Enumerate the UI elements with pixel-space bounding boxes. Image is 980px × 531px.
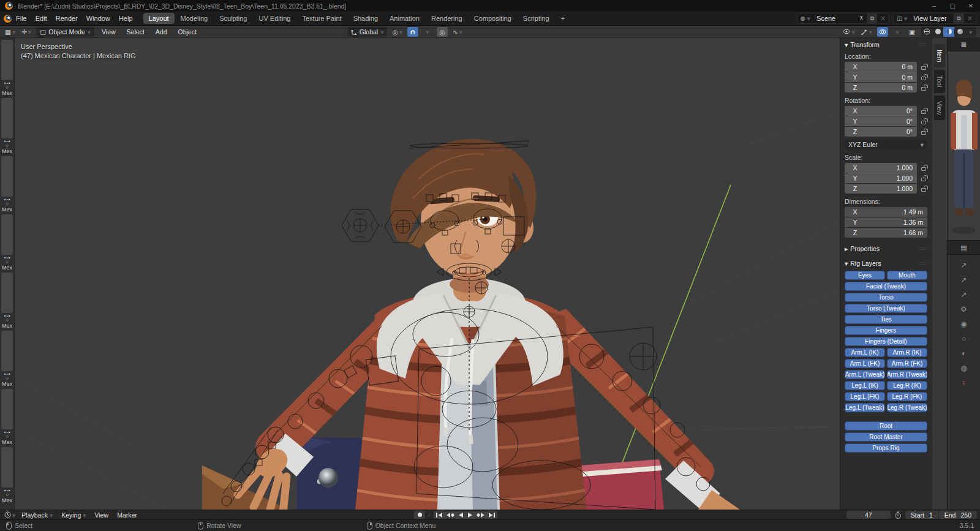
tweak-tool-icon[interactable]: ✛▾ bbox=[20, 27, 32, 37]
panel-grip-icon[interactable]: ∷∷ bbox=[920, 42, 927, 48]
rig-layer-eyes[interactable]: Eyes bbox=[845, 271, 885, 280]
menu-marker[interactable]: Marker bbox=[113, 511, 141, 519]
nav-arrow-icon[interactable]: ↗ bbox=[960, 261, 967, 269]
pin-icon[interactable]: ⊼ bbox=[859, 15, 864, 21]
snap-toggle[interactable] bbox=[407, 27, 418, 37]
menu-keying[interactable]: Keying▾ bbox=[58, 511, 89, 519]
rig-layer-arm-l-ik[interactable]: Arm.L (IK) bbox=[845, 348, 885, 357]
add-workspace-button[interactable]: + bbox=[556, 13, 570, 24]
secondary-viewport[interactable] bbox=[948, 51, 980, 240]
editor-type-icon[interactable]: ▦ bbox=[961, 41, 967, 48]
rig-layer-root-master[interactable]: Root Master bbox=[845, 432, 927, 442]
location-x-field[interactable]: X0 m bbox=[845, 62, 917, 72]
rig-layer-arm-l-fk[interactable]: Arm.L (FK) bbox=[845, 359, 885, 368]
lock-icon[interactable] bbox=[919, 163, 927, 173]
asset-item[interactable]: ✦▪✦◇Mex bbox=[1, 389, 13, 445]
menu-view[interactable]: View bbox=[98, 28, 119, 36]
asset-thumbnail[interactable] bbox=[1, 273, 13, 313]
rig-layer-leg-r-fk[interactable]: Leg.R (FK) bbox=[887, 392, 927, 401]
rig-layer-arm-r-ik[interactable]: Arm.R (IK) bbox=[887, 348, 927, 357]
tab-layout[interactable]: Layout bbox=[143, 13, 175, 24]
menu-file[interactable]: File bbox=[12, 13, 31, 23]
properties-panel-header[interactable]: ▸ Properties ∷∷ bbox=[845, 245, 927, 252]
menu-timeline-view[interactable]: View bbox=[91, 511, 113, 519]
tab-scripting[interactable]: Scripting bbox=[518, 13, 555, 24]
pivot-point-dropdown[interactable]: ◎▾ bbox=[391, 27, 403, 37]
rig-layer-props-rig[interactable]: Props Rig bbox=[845, 443, 927, 453]
scale-x-field[interactable]: X1.000 bbox=[845, 163, 917, 173]
maximize-button[interactable]: ▢ bbox=[943, 0, 962, 12]
view-layer-tab-icon[interactable]: ◐ bbox=[962, 349, 966, 358]
shading-dropdown[interactable]: ▾ bbox=[965, 27, 976, 37]
rig-layer-facial-tweak[interactable]: Facial (Tweak) bbox=[845, 282, 927, 291]
menu-render[interactable]: Render bbox=[51, 13, 82, 23]
asset-item[interactable]: ✦▪✦◇Mex bbox=[1, 156, 13, 213]
blender-menu-icon[interactable] bbox=[4, 15, 12, 23]
panel-grip-icon[interactable]: ∷∷ bbox=[920, 261, 927, 266]
lock-icon[interactable] bbox=[919, 83, 927, 92]
secondary-viewport-header[interactable]: ▦ bbox=[948, 38, 980, 51]
menu-edit[interactable]: Edit bbox=[31, 13, 51, 23]
rig-layer-leg-l-fk[interactable]: Leg.L (FK) bbox=[845, 392, 885, 401]
tab-modeling[interactable]: Modeling bbox=[175, 13, 214, 24]
overlays-toggle[interactable] bbox=[877, 27, 888, 37]
scene-tab-icon[interactable]: ◍ bbox=[960, 364, 967, 372]
tab-sculpting[interactable]: Sculpting bbox=[214, 13, 252, 24]
panel-grip-icon[interactable]: ∷∷ bbox=[920, 246, 927, 252]
visibility-dropdown[interactable]: ▾ bbox=[842, 27, 856, 37]
rig-layers-panel-header[interactable]: ▾ Rig Layers ∷∷ bbox=[845, 260, 927, 267]
lock-icon[interactable] bbox=[919, 127, 927, 137]
output-tab-icon[interactable]: ○ bbox=[962, 334, 966, 343]
tab-compositing[interactable]: Compositing bbox=[469, 13, 517, 24]
new-view-layer-icon[interactable]: ⧉ bbox=[957, 15, 960, 22]
editor-type-icon[interactable]: ▦▾ bbox=[4, 27, 17, 37]
next-keyframe-button[interactable] bbox=[476, 512, 485, 518]
outliner-icon[interactable]: ▤ bbox=[960, 244, 967, 252]
shading-solid-icon[interactable] bbox=[932, 27, 943, 37]
asset-thumbnail[interactable] bbox=[1, 40, 13, 80]
rig-layer-torso-tweak[interactable]: Torso (Tweak) bbox=[845, 304, 927, 313]
xray-toggle[interactable]: ▣ bbox=[907, 27, 918, 37]
asset-thumbnail[interactable] bbox=[1, 98, 13, 138]
tab-animation[interactable]: Animation bbox=[384, 13, 425, 24]
previous-keyframe-button[interactable] bbox=[446, 512, 455, 518]
tab-item[interactable]: Item bbox=[934, 44, 945, 67]
play-reverse-button[interactable] bbox=[458, 512, 464, 518]
overlays-dropdown[interactable]: ▾ bbox=[892, 27, 903, 37]
rig-layer-arm-l-tweak[interactable]: Arm.L (Tweak) bbox=[845, 370, 885, 379]
jump-to-start-button[interactable] bbox=[435, 512, 443, 518]
scale-z-field[interactable]: Z1.000 bbox=[845, 184, 917, 194]
asset-item[interactable]: ✦▪✦◇Mex bbox=[1, 447, 13, 503]
scene-browse-chevron[interactable]: ▾ bbox=[807, 15, 811, 23]
world-tab-icon[interactable]: ♁ bbox=[961, 378, 967, 387]
menu-add[interactable]: Add bbox=[152, 28, 171, 36]
lock-icon[interactable] bbox=[919, 72, 927, 82]
dimension-x-field[interactable]: X1.49 m bbox=[845, 207, 927, 217]
rig-layer-leg-l-ik[interactable]: Leg.L (IK) bbox=[845, 381, 885, 390]
current-frame-field[interactable]: 47 bbox=[846, 511, 891, 519]
menu-window[interactable]: Window bbox=[82, 13, 115, 23]
tab-rendering[interactable]: Rendering bbox=[426, 13, 468, 24]
outliner-header[interactable]: ▤ bbox=[948, 240, 980, 255]
tab-texture-paint[interactable]: Texture Paint bbox=[296, 13, 347, 24]
dimension-y-field[interactable]: Y1.36 m bbox=[845, 217, 927, 227]
rig-layer-fingers[interactable]: Fingers bbox=[845, 326, 927, 335]
nav-arrow-icon[interactable]: ↗ bbox=[960, 276, 967, 284]
region-expand-arrow[interactable]: › bbox=[15, 42, 15, 48]
asset-item[interactable]: ✦▪✦◇Mex bbox=[1, 40, 13, 96]
close-button[interactable]: ✕ bbox=[962, 0, 980, 12]
end-frame-field[interactable]: End250 bbox=[939, 511, 977, 519]
dimension-z-field[interactable]: Z1.66 m bbox=[845, 228, 927, 238]
lock-icon[interactable] bbox=[919, 173, 927, 183]
proportional-editing-toggle[interactable]: ◎ bbox=[437, 27, 448, 37]
rotation-z-field[interactable]: Z0° bbox=[845, 127, 917, 137]
rig-layer-leg-r-ik[interactable]: Leg.R (IK) bbox=[887, 381, 927, 390]
asset-thumbnail[interactable] bbox=[1, 214, 13, 255]
location-z-field[interactable]: Z0 m bbox=[845, 83, 917, 92]
rig-layer-leg-l-tweak[interactable]: Leg.L (Tweak) bbox=[845, 403, 885, 412]
nav-arrow-icon[interactable]: ↗ bbox=[960, 290, 967, 299]
rig-layer-arm-r-tweak[interactable]: Arm.R (Tweak) bbox=[887, 370, 927, 379]
shading-wireframe-icon[interactable] bbox=[921, 27, 932, 37]
lock-icon[interactable] bbox=[919, 184, 927, 194]
gizmos-dropdown[interactable]: ▾ bbox=[860, 27, 873, 37]
